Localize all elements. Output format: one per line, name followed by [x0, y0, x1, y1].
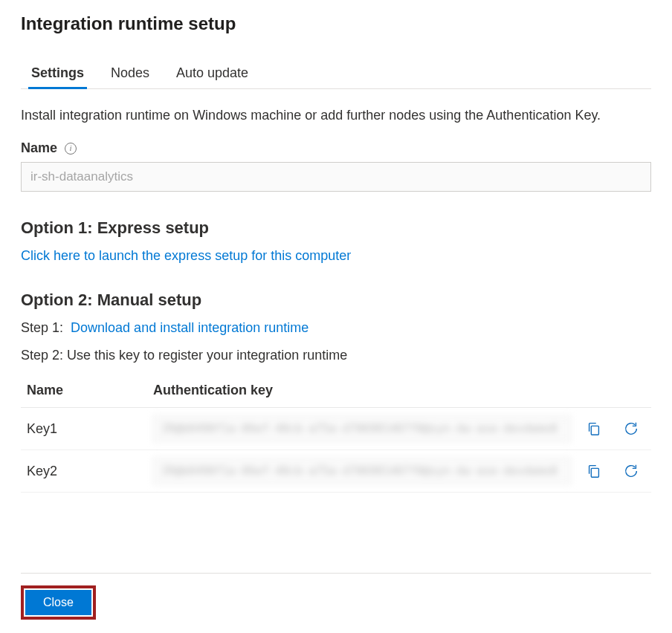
step2-line: Step 2: Use this key to register your in…	[21, 348, 651, 363]
copy-icon[interactable]	[583, 418, 605, 440]
option2-heading: Option 2: Manual setup	[21, 290, 651, 310]
express-setup-link[interactable]: Click here to launch the express setup f…	[21, 248, 351, 263]
option1-heading: Option 1: Express setup	[21, 218, 651, 238]
table-row: Key2 IR@b0490f1a-06ef-40cb-a75a-d7069814…	[21, 450, 651, 493]
close-button[interactable]: Close	[25, 590, 91, 615]
step1-label: Step 1:	[21, 320, 63, 335]
col-regen	[614, 375, 651, 408]
svg-rect-1	[591, 468, 598, 477]
col-authkey: Authentication key	[147, 375, 577, 408]
name-label: Name	[21, 140, 57, 156]
step1-line: Step 1: Download and install integration…	[21, 320, 651, 336]
close-button-highlight: Close	[21, 585, 96, 620]
tabs: Settings Nodes Auto update	[21, 59, 651, 89]
svg-rect-0	[591, 426, 598, 435]
col-copy	[577, 375, 614, 408]
tab-settings[interactable]: Settings	[31, 59, 84, 88]
panel-root: Integration runtime setup Settings Nodes…	[0, 0, 672, 633]
name-field-label-row: Name i	[21, 140, 651, 156]
keys-table: Name Authentication key Key1 IR@b0490f1a…	[21, 375, 651, 493]
info-icon[interactable]: i	[65, 143, 77, 155]
refresh-icon[interactable]	[620, 418, 642, 440]
copy-icon[interactable]	[583, 460, 605, 482]
description-text: Install integration runtime on Windows m…	[21, 106, 651, 126]
page-title: Integration runtime setup	[21, 13, 651, 34]
key-name: Key1	[21, 408, 147, 450]
tab-auto-update[interactable]: Auto update	[176, 59, 248, 88]
footer: Close	[21, 573, 651, 620]
table-row: Key1 IR@b0490f1a-06ef-40cb-a75a-d7069814…	[21, 408, 651, 450]
key-value: IR@b0490f1a-06ef-40cb-a75a-d706981407f0@…	[153, 458, 571, 484]
key-value: IR@b0490f1a-06ef-40cb-a75a-d706981407f0@…	[153, 415, 571, 442]
name-input[interactable]	[21, 162, 651, 192]
refresh-icon[interactable]	[620, 460, 642, 482]
download-ir-link[interactable]: Download and install integration runtime	[71, 320, 308, 335]
col-name: Name	[21, 375, 147, 408]
key-name: Key2	[21, 450, 147, 493]
tab-nodes[interactable]: Nodes	[111, 59, 149, 88]
